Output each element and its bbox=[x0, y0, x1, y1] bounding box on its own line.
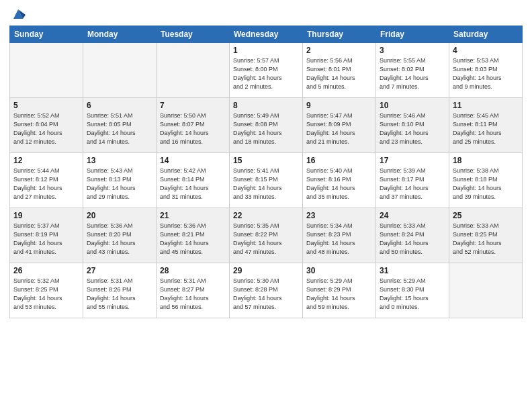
day-cell: 12Sunrise: 5:44 AMSunset: 8:12 PMDayligh… bbox=[10, 153, 83, 208]
logo bbox=[9, 7, 26, 20]
day-info: Sunrise: 5:45 AMSunset: 8:11 PMDaylight:… bbox=[453, 111, 519, 146]
day-number: 30 bbox=[306, 266, 372, 275]
day-number: 13 bbox=[87, 156, 152, 165]
day-cell bbox=[83, 43, 157, 98]
logo-icon bbox=[11, 7, 26, 21]
day-info: Sunrise: 5:36 AMSunset: 8:20 PMDaylight:… bbox=[87, 222, 152, 257]
col-header-sunday: Sunday bbox=[10, 26, 83, 43]
day-cell: 19Sunrise: 5:37 AMSunset: 8:19 PMDayligh… bbox=[10, 208, 83, 263]
day-info: Sunrise: 5:31 AMSunset: 8:26 PMDaylight:… bbox=[87, 277, 152, 312]
day-info: Sunrise: 5:29 AMSunset: 8:30 PMDaylight:… bbox=[380, 277, 445, 312]
day-info: Sunrise: 5:41 AMSunset: 8:15 PMDaylight:… bbox=[233, 167, 299, 201]
day-cell bbox=[157, 43, 230, 98]
day-cell: 31Sunrise: 5:29 AMSunset: 8:30 PMDayligh… bbox=[376, 263, 449, 318]
col-header-wednesday: Wednesday bbox=[230, 26, 303, 43]
day-cell: 27Sunrise: 5:31 AMSunset: 8:26 PMDayligh… bbox=[83, 263, 157, 318]
day-cell: 2Sunrise: 5:56 AMSunset: 8:01 PMDaylight… bbox=[303, 43, 376, 98]
day-number: 29 bbox=[233, 266, 299, 275]
day-info: Sunrise: 5:50 AMSunset: 8:07 PMDaylight:… bbox=[160, 111, 226, 146]
day-cell: 1Sunrise: 5:57 AMSunset: 8:00 PMDaylight… bbox=[230, 43, 303, 98]
day-number: 6 bbox=[87, 101, 152, 110]
day-number: 7 bbox=[160, 101, 226, 110]
day-info: Sunrise: 5:49 AMSunset: 8:08 PMDaylight:… bbox=[233, 111, 299, 146]
day-cell: 7Sunrise: 5:50 AMSunset: 8:07 PMDaylight… bbox=[157, 98, 230, 153]
day-cell: 17Sunrise: 5:39 AMSunset: 8:17 PMDayligh… bbox=[376, 153, 449, 208]
day-info: Sunrise: 5:29 AMSunset: 8:29 PMDaylight:… bbox=[306, 277, 372, 312]
day-cell: 25Sunrise: 5:33 AMSunset: 8:25 PMDayligh… bbox=[449, 208, 523, 263]
day-info: Sunrise: 5:39 AMSunset: 8:17 PMDaylight:… bbox=[380, 167, 445, 201]
week-row-1: 1Sunrise: 5:57 AMSunset: 8:00 PMDaylight… bbox=[10, 43, 523, 98]
day-number: 9 bbox=[306, 101, 372, 110]
day-number: 28 bbox=[160, 266, 226, 275]
day-cell: 21Sunrise: 5:36 AMSunset: 8:21 PMDayligh… bbox=[157, 208, 230, 263]
day-info: Sunrise: 5:38 AMSunset: 8:18 PMDaylight:… bbox=[453, 167, 519, 201]
week-row-4: 19Sunrise: 5:37 AMSunset: 8:19 PMDayligh… bbox=[10, 208, 523, 263]
day-info: Sunrise: 5:33 AMSunset: 8:24 PMDaylight:… bbox=[380, 222, 445, 257]
day-number: 20 bbox=[87, 211, 152, 220]
day-cell: 30Sunrise: 5:29 AMSunset: 8:29 PMDayligh… bbox=[303, 263, 376, 318]
day-cell: 14Sunrise: 5:42 AMSunset: 8:14 PMDayligh… bbox=[157, 153, 230, 208]
day-cell: 18Sunrise: 5:38 AMSunset: 8:18 PMDayligh… bbox=[449, 153, 523, 208]
day-number: 3 bbox=[380, 46, 445, 55]
col-header-saturday: Saturday bbox=[449, 26, 523, 43]
day-number: 25 bbox=[453, 211, 519, 220]
day-number: 1 bbox=[233, 46, 299, 55]
day-cell: 9Sunrise: 5:47 AMSunset: 8:09 PMDaylight… bbox=[303, 98, 376, 153]
day-info: Sunrise: 5:42 AMSunset: 8:14 PMDaylight:… bbox=[160, 167, 226, 201]
day-number: 31 bbox=[380, 266, 445, 275]
day-info: Sunrise: 5:46 AMSunset: 8:10 PMDaylight:… bbox=[380, 111, 445, 146]
col-header-monday: Monday bbox=[83, 26, 157, 43]
week-row-3: 12Sunrise: 5:44 AMSunset: 8:12 PMDayligh… bbox=[10, 153, 523, 208]
day-info: Sunrise: 5:30 AMSunset: 8:28 PMDaylight:… bbox=[233, 277, 299, 312]
day-info: Sunrise: 5:35 AMSunset: 8:22 PMDaylight:… bbox=[233, 222, 299, 257]
day-info: Sunrise: 5:32 AMSunset: 8:25 PMDaylight:… bbox=[13, 277, 79, 312]
day-number: 2 bbox=[306, 46, 372, 55]
day-number: 14 bbox=[160, 156, 226, 165]
calendar-table: SundayMondayTuesdayWednesdayThursdayFrid… bbox=[9, 26, 523, 318]
day-info: Sunrise: 5:53 AMSunset: 8:03 PMDaylight:… bbox=[453, 56, 519, 91]
day-number: 10 bbox=[380, 101, 445, 110]
day-info: Sunrise: 5:44 AMSunset: 8:12 PMDaylight:… bbox=[13, 167, 79, 201]
day-cell: 26Sunrise: 5:32 AMSunset: 8:25 PMDayligh… bbox=[10, 263, 83, 318]
day-number: 11 bbox=[453, 101, 519, 110]
day-number: 8 bbox=[233, 101, 299, 110]
day-number: 23 bbox=[306, 211, 372, 220]
day-cell: 20Sunrise: 5:36 AMSunset: 8:20 PMDayligh… bbox=[83, 208, 157, 263]
day-info: Sunrise: 5:33 AMSunset: 8:25 PMDaylight:… bbox=[453, 222, 519, 257]
day-number: 24 bbox=[380, 211, 445, 220]
header-row: SundayMondayTuesdayWednesdayThursdayFrid… bbox=[10, 26, 523, 43]
day-number: 26 bbox=[13, 266, 79, 275]
day-cell: 15Sunrise: 5:41 AMSunset: 8:15 PMDayligh… bbox=[230, 153, 303, 208]
day-cell: 24Sunrise: 5:33 AMSunset: 8:24 PMDayligh… bbox=[376, 208, 449, 263]
day-number: 17 bbox=[380, 156, 445, 165]
day-cell: 6Sunrise: 5:51 AMSunset: 8:05 PMDaylight… bbox=[83, 98, 157, 153]
day-cell bbox=[449, 263, 523, 318]
day-number: 27 bbox=[87, 266, 152, 275]
day-cell bbox=[10, 43, 83, 98]
day-cell: 10Sunrise: 5:46 AMSunset: 8:10 PMDayligh… bbox=[376, 98, 449, 153]
day-cell: 29Sunrise: 5:30 AMSunset: 8:28 PMDayligh… bbox=[230, 263, 303, 318]
day-cell: 3Sunrise: 5:55 AMSunset: 8:02 PMDaylight… bbox=[376, 43, 449, 98]
day-info: Sunrise: 5:36 AMSunset: 8:21 PMDaylight:… bbox=[160, 222, 226, 257]
day-info: Sunrise: 5:51 AMSunset: 8:05 PMDaylight:… bbox=[87, 111, 152, 146]
day-number: 15 bbox=[233, 156, 299, 165]
header bbox=[9, 7, 523, 20]
day-cell: 28Sunrise: 5:31 AMSunset: 8:27 PMDayligh… bbox=[157, 263, 230, 318]
day-info: Sunrise: 5:55 AMSunset: 8:02 PMDaylight:… bbox=[380, 56, 445, 91]
day-info: Sunrise: 5:34 AMSunset: 8:23 PMDaylight:… bbox=[306, 222, 372, 257]
week-row-5: 26Sunrise: 5:32 AMSunset: 8:25 PMDayligh… bbox=[10, 263, 523, 318]
day-number: 21 bbox=[160, 211, 226, 220]
day-cell: 13Sunrise: 5:43 AMSunset: 8:13 PMDayligh… bbox=[83, 153, 157, 208]
day-info: Sunrise: 5:31 AMSunset: 8:27 PMDaylight:… bbox=[160, 277, 226, 312]
day-info: Sunrise: 5:37 AMSunset: 8:19 PMDaylight:… bbox=[13, 222, 79, 257]
day-info: Sunrise: 5:56 AMSunset: 8:01 PMDaylight:… bbox=[306, 56, 372, 91]
day-cell: 16Sunrise: 5:40 AMSunset: 8:16 PMDayligh… bbox=[303, 153, 376, 208]
day-number: 18 bbox=[453, 156, 519, 165]
week-row-2: 5Sunrise: 5:52 AMSunset: 8:04 PMDaylight… bbox=[10, 98, 523, 153]
day-cell: 5Sunrise: 5:52 AMSunset: 8:04 PMDaylight… bbox=[10, 98, 83, 153]
col-header-friday: Friday bbox=[376, 26, 449, 43]
day-cell: 8Sunrise: 5:49 AMSunset: 8:08 PMDaylight… bbox=[230, 98, 303, 153]
day-info: Sunrise: 5:47 AMSunset: 8:09 PMDaylight:… bbox=[306, 111, 372, 146]
day-number: 22 bbox=[233, 211, 299, 220]
day-cell: 22Sunrise: 5:35 AMSunset: 8:22 PMDayligh… bbox=[230, 208, 303, 263]
